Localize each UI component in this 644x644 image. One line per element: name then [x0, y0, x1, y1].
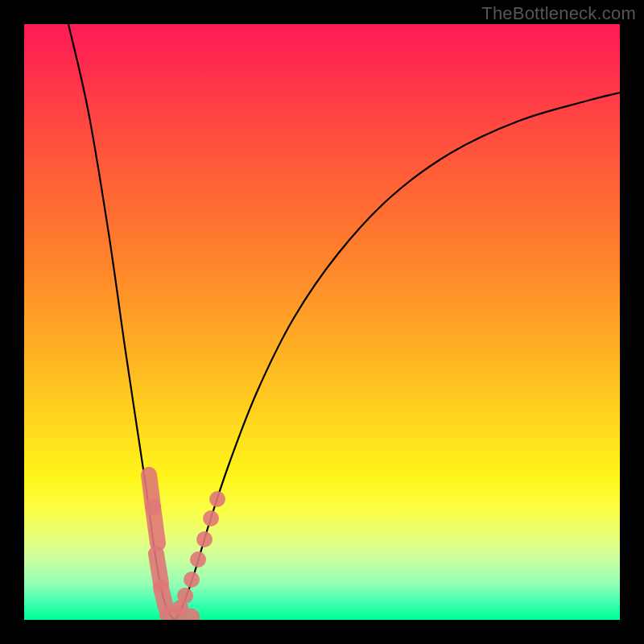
- chart-frame: TheBottleneck.com: [0, 0, 644, 644]
- plot-area: [24, 24, 620, 620]
- marker-dot: [177, 588, 193, 604]
- curve-right-branch: [175, 93, 620, 620]
- watermark-text: TheBottleneck.com: [481, 3, 636, 24]
- marker-group: [149, 475, 225, 617]
- marker-dot: [209, 491, 225, 507]
- curves-layer: [24, 24, 620, 620]
- marker-capsule: [153, 507, 158, 543]
- marker-capsule: [156, 554, 161, 584]
- marker-dot: [184, 572, 200, 588]
- marker-capsule: [167, 615, 192, 617]
- marker-dot: [190, 551, 206, 568]
- marker-dot: [196, 531, 213, 547]
- marker-dot: [203, 510, 219, 526]
- marker-capsule: [161, 588, 166, 608]
